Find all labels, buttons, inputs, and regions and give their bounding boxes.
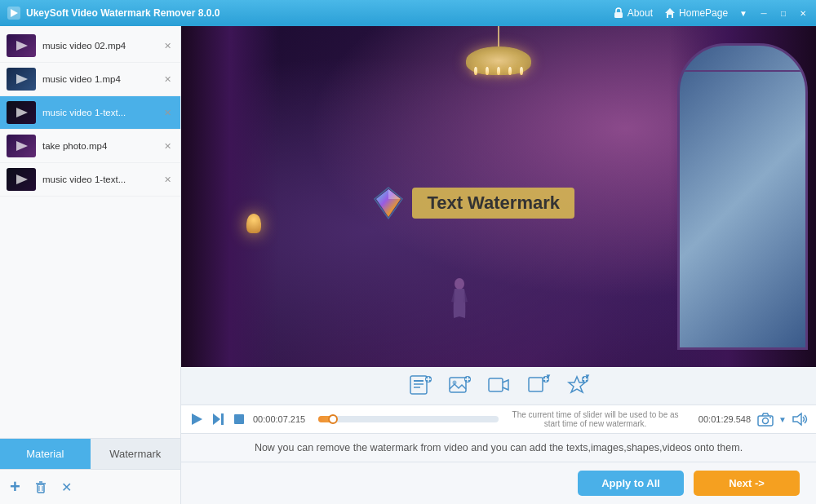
chandelier: [466, 26, 531, 75]
step-forward-button[interactable]: [211, 412, 225, 427]
current-time: 00:00:07.215: [253, 414, 312, 424]
file-name: take photo.mp4: [42, 141, 154, 151]
file-close-button[interactable]: ✕: [161, 73, 174, 86]
file-item[interactable]: take photo.mp4 ✕: [0, 130, 180, 163]
app-icon: [7, 6, 21, 20]
volume-button[interactable]: [792, 412, 808, 427]
dropdown-arrow-icon[interactable]: ▼: [739, 9, 747, 18]
add-file-button[interactable]: +: [10, 476, 20, 497]
maximize-button[interactable]: □: [777, 7, 790, 20]
chandelier-light: [497, 67, 500, 75]
add-special-tool[interactable]: ▼: [558, 370, 596, 405]
file-thumb-icon: [7, 68, 36, 91]
about-label: About: [628, 7, 653, 19]
minimize-button[interactable]: ─: [757, 7, 770, 20]
add-text-tool[interactable]: [401, 370, 439, 405]
svg-marker-22: [388, 189, 401, 199]
lock-icon: [613, 7, 624, 19]
arch-left: [181, 26, 279, 367]
svg-rect-14: [38, 484, 44, 493]
toolbar-row: + ✕: [0, 469, 180, 504]
screenshot-button[interactable]: [757, 412, 774, 427]
file-thumbnail: [7, 68, 36, 91]
watermark-text-label: Text Watermark: [427, 192, 560, 213]
file-close-button[interactable]: ✕: [161, 106, 174, 119]
delete-file-button[interactable]: [33, 480, 48, 494]
step-forward-icon: [211, 412, 225, 427]
file-name: music video 1-text...: [42, 108, 154, 117]
homepage-link[interactable]: HomePage: [664, 7, 728, 19]
file-item[interactable]: music video 1-text... ✕: [0, 96, 180, 130]
left-panel: music video 02.mp4 ✕ music video 1.mp4 ✕…: [0, 26, 181, 504]
text-add-icon: [409, 374, 432, 397]
file-thumbnail: [7, 135, 36, 157]
svg-rect-36: [529, 378, 543, 391]
main-container: music video 02.mp4 ✕ music video 1.mp4 ✕…: [0, 26, 816, 504]
arched-window: [677, 43, 808, 350]
file-close-button[interactable]: ✕: [161, 39, 174, 52]
file-item[interactable]: music video 1-text... ✕: [0, 163, 180, 197]
clear-button[interactable]: ✕: [61, 480, 72, 495]
file-thumbnail: [7, 34, 36, 57]
file-name: music video 02.mp4: [42, 41, 154, 51]
right-area: Text Watermark: [181, 26, 816, 504]
titlebar: UkeySoft Video Watermark Remover 8.0.0 A…: [0, 0, 816, 26]
apply-to-all-button[interactable]: Apply to All: [578, 471, 684, 496]
close-button[interactable]: ✕: [796, 7, 809, 20]
svg-rect-2: [614, 12, 623, 18]
next-button[interactable]: Next ->: [694, 471, 800, 496]
wall-lamp-left: [246, 214, 261, 233]
camera-dropdown-button[interactable]: ▼: [778, 415, 787, 424]
image-add-icon: [448, 374, 471, 397]
progress-thumb[interactable]: [328, 414, 338, 424]
stop-icon: [232, 412, 246, 427]
title-nav: About HomePage ▼: [613, 7, 747, 19]
file-thumb-icon: [7, 101, 36, 124]
chandelier-light: [486, 67, 489, 75]
svg-point-19: [455, 278, 464, 290]
chandelier-light: [474, 67, 477, 75]
watermark-icon: [371, 186, 406, 220]
file-item[interactable]: music video 1.mp4 ✕: [0, 63, 180, 96]
chandelier-light: [520, 67, 523, 75]
watermark-text-box[interactable]: Text Watermark: [412, 188, 574, 219]
file-close-button[interactable]: ✕: [161, 173, 174, 186]
file-item[interactable]: music video 02.mp4 ✕: [0, 29, 180, 63]
file-name: music video 1.mp4: [42, 74, 154, 84]
file-close-button[interactable]: ✕: [161, 139, 174, 153]
app-title: UkeySoft Video Watermark Remover 8.0.0: [26, 7, 613, 19]
video-preview: Text Watermark: [181, 26, 816, 367]
tab-material[interactable]: Material: [0, 439, 91, 469]
svg-rect-46: [221, 413, 224, 425]
chandelier-body: [466, 46, 531, 75]
svg-point-50: [769, 417, 771, 418]
svg-rect-30: [450, 378, 466, 392]
svg-marker-3: [665, 8, 675, 18]
camera-volume-controls: ▼: [757, 412, 808, 427]
file-thumb-icon: [7, 135, 36, 157]
play-button[interactable]: [189, 412, 204, 427]
add-image-tool[interactable]: [441, 370, 478, 405]
watermark-overlay[interactable]: Text Watermark: [371, 186, 574, 220]
figure-silhouette: [448, 277, 471, 326]
add-shape-tool[interactable]: ▼: [519, 370, 557, 405]
status-message: Now you can remove the watermark from vi…: [255, 442, 743, 453]
trash-icon: [33, 480, 48, 494]
chandelier-light: [508, 67, 512, 75]
svg-rect-47: [234, 414, 244, 424]
action-bar: Apply to All Next ->: [181, 462, 816, 504]
end-time: 00:01:29.548: [692, 414, 751, 424]
add-video-tool[interactable]: [480, 370, 517, 405]
progress-bar[interactable]: [318, 416, 499, 422]
dropdown-arrow-special: ▼: [584, 373, 591, 380]
svg-marker-44: [192, 413, 202, 425]
svg-rect-35: [489, 378, 503, 391]
stop-button[interactable]: [232, 412, 246, 427]
home-icon: [664, 7, 676, 19]
file-thumb-icon: [7, 34, 36, 57]
tab-watermark[interactable]: Watermark: [91, 439, 181, 469]
file-thumbnail: [7, 168, 36, 191]
status-bar: Now you can remove the watermark from vi…: [181, 433, 816, 462]
about-link[interactable]: About: [613, 7, 653, 19]
file-thumb-icon: [7, 168, 36, 191]
